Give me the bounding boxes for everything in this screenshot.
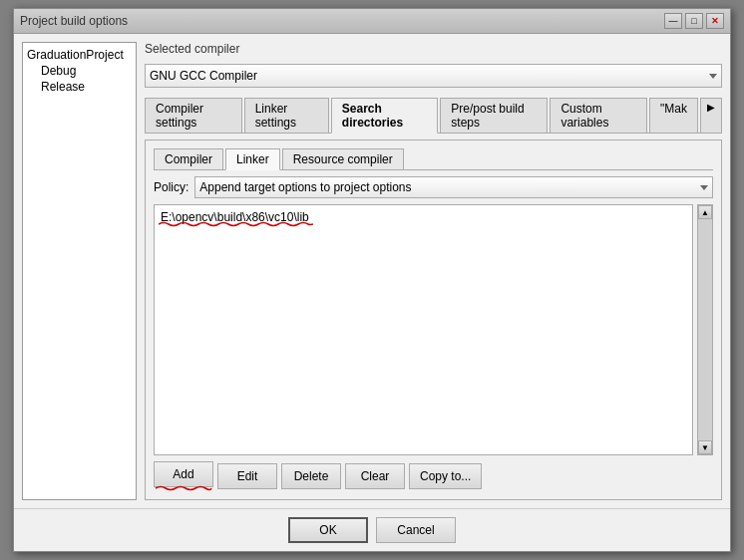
scroll-down-arrow[interactable]: ▼ xyxy=(698,440,712,454)
directory-list[interactable]: E:\opencv\build\x86\vc10\lib xyxy=(154,204,693,455)
project-tree-panel: GraduationProject Debug Release xyxy=(22,42,137,500)
tab-search-directories[interactable]: Search directories xyxy=(331,98,438,134)
tab-make[interactable]: "Mak xyxy=(649,98,698,133)
bottom-buttons: OK Cancel xyxy=(14,508,730,551)
add-button-container: Add xyxy=(154,461,213,491)
compiler-label: Selected compiler xyxy=(145,42,722,56)
tab-more-icon[interactable]: ▶ xyxy=(700,98,722,133)
minimize-button[interactable]: — xyxy=(664,13,682,29)
tab-linker-settings[interactable]: Linker settings xyxy=(244,98,329,133)
content-area: GraduationProject Debug Release Selected… xyxy=(14,34,730,508)
squiggle-line xyxy=(159,221,313,227)
directory-area: E:\opencv\build\x86\vc10\lib ▲ ▼ xyxy=(154,204,713,455)
policy-row: Policy: Append target options to project… xyxy=(154,176,713,198)
policy-dropdown-arrow-icon xyxy=(700,185,708,190)
tab-inner-resource-compiler[interactable]: Resource compiler xyxy=(282,148,404,169)
add-button[interactable]: Add xyxy=(154,461,213,487)
compiler-dropdown[interactable]: GNU GCC Compiler xyxy=(145,64,722,88)
directory-entry-0[interactable]: E:\opencv\build\x86\vc10\lib xyxy=(159,209,311,225)
tree-root-item[interactable]: GraduationProject xyxy=(27,47,132,63)
policy-label: Policy: xyxy=(154,180,188,194)
vertical-scrollbar[interactable]: ▲ ▼ xyxy=(697,204,713,455)
inner-tabs: Compiler Linker Resource compiler xyxy=(154,148,713,170)
add-squiggle xyxy=(154,485,213,491)
window-title: Project build options xyxy=(20,14,128,28)
tab-custom-variables[interactable]: Custom variables xyxy=(550,98,647,133)
tab-inner-compiler[interactable]: Compiler xyxy=(154,148,223,169)
policy-value: Append target options to project options xyxy=(199,180,411,194)
scroll-up-arrow[interactable]: ▲ xyxy=(698,205,712,219)
tree-children: Debug Release xyxy=(27,63,132,95)
scroll-track xyxy=(698,219,712,440)
tab-pre-post-build[interactable]: Pre/post build steps xyxy=(440,98,548,133)
policy-dropdown[interactable]: Append target options to project options xyxy=(194,176,713,198)
titlebar: Project build options — □ ✕ xyxy=(14,9,730,34)
clear-button[interactable]: Clear xyxy=(345,463,405,489)
maximize-button[interactable]: □ xyxy=(685,13,703,29)
compiler-dropdown-arrow-icon xyxy=(709,74,717,79)
cancel-button[interactable]: Cancel xyxy=(376,517,456,543)
tab-compiler-settings[interactable]: Compiler settings xyxy=(145,98,242,133)
tree-debug-item[interactable]: Debug xyxy=(41,63,132,79)
copy-to-button[interactable]: Copy to... xyxy=(409,463,482,489)
tab-inner-linker[interactable]: Linker xyxy=(225,148,280,170)
compiler-value: GNU GCC Compiler xyxy=(150,69,257,83)
main-window: Project build options — □ ✕ GraduationPr… xyxy=(13,8,731,552)
action-buttons: Add Edit Delete Clear Copy to... xyxy=(154,461,713,491)
ok-button[interactable]: OK xyxy=(288,517,368,543)
edit-button[interactable]: Edit xyxy=(217,463,277,489)
window-controls: — □ ✕ xyxy=(664,13,724,29)
right-panel: Selected compiler GNU GCC Compiler Compi… xyxy=(145,42,722,500)
delete-button[interactable]: Delete xyxy=(281,463,341,489)
outer-tabs: Compiler settings Linker settings Search… xyxy=(145,98,722,134)
tree-release-item[interactable]: Release xyxy=(41,79,132,95)
inner-panel: Compiler Linker Resource compiler Policy… xyxy=(145,140,722,500)
close-button[interactable]: ✕ xyxy=(706,13,724,29)
